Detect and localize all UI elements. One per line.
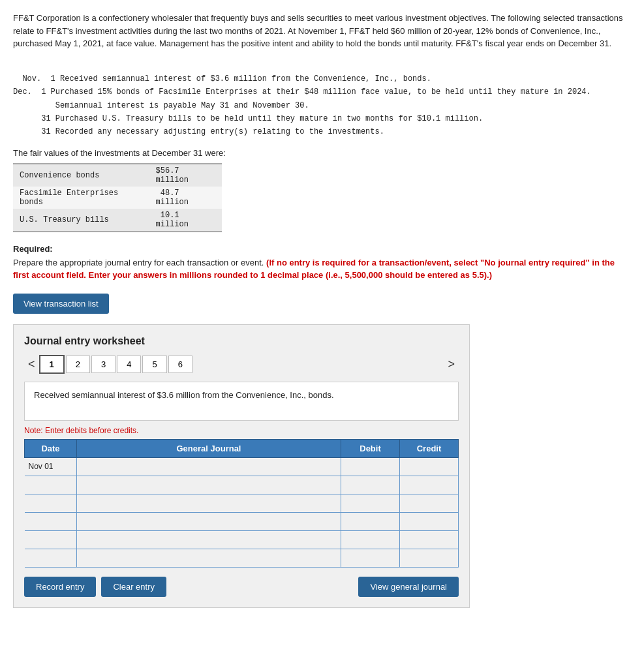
table-row bbox=[25, 549, 459, 567]
row-3-gj-input[interactable] bbox=[77, 494, 341, 512]
row-4-gj[interactable] bbox=[77, 512, 341, 530]
view-transaction-button[interactable]: View transaction list bbox=[13, 294, 109, 314]
note-text: Note: Enter debits before credits. bbox=[24, 426, 459, 435]
table-row bbox=[25, 494, 459, 512]
row-6-credit-input[interactable] bbox=[400, 549, 458, 567]
tab-navigation: < 1 2 3 4 5 6 > bbox=[24, 355, 459, 374]
row-4-date bbox=[25, 512, 77, 530]
row-4-debit-input[interactable] bbox=[341, 513, 399, 530]
table-row: Facsimile Enterprises bonds 48.7 million bbox=[13, 187, 222, 209]
required-body: Prepare the appropriate journal entry fo… bbox=[13, 256, 631, 282]
tab-2[interactable]: 2 bbox=[66, 356, 90, 373]
row-5-debit[interactable] bbox=[341, 530, 400, 549]
journal-entry-worksheet: Journal entry worksheet < 1 2 3 4 5 6 > … bbox=[13, 324, 470, 608]
row-2-debit[interactable] bbox=[341, 476, 400, 494]
row-5-gj-input[interactable] bbox=[77, 531, 341, 549]
row-3-gj[interactable] bbox=[77, 494, 341, 512]
table-row bbox=[25, 476, 459, 494]
button-row: Record entry Clear entry View general jo… bbox=[24, 577, 459, 597]
row-5-credit[interactable] bbox=[400, 530, 459, 549]
journal-table: Date General Journal Debit Credit Nov 01 bbox=[24, 439, 459, 568]
required-body-plain: Prepare the appropriate journal entry fo… bbox=[13, 258, 266, 267]
table-row: Nov 01 bbox=[25, 457, 459, 476]
row-3-date bbox=[25, 494, 77, 512]
row-1-date: Nov 01 bbox=[25, 457, 77, 476]
tab-6[interactable]: 6 bbox=[168, 356, 192, 373]
row-1-credit[interactable] bbox=[400, 457, 459, 476]
investment-value: 10.1 million bbox=[149, 209, 222, 232]
row-6-gj-input[interactable] bbox=[77, 549, 341, 567]
row-5-credit-input[interactable] bbox=[400, 531, 458, 549]
investment-value: 48.7 million bbox=[149, 187, 222, 209]
row-4-credit[interactable] bbox=[400, 512, 459, 530]
row-6-credit[interactable] bbox=[400, 549, 459, 567]
table-row: Convenience bonds $56.7 million bbox=[13, 164, 222, 187]
transaction-description: Received semiannual interest of $3.6 mil… bbox=[24, 382, 459, 421]
col-header-gj: General Journal bbox=[77, 439, 341, 457]
row-6-date bbox=[25, 549, 77, 567]
row-3-debit-input[interactable] bbox=[341, 494, 399, 512]
row-2-debit-input[interactable] bbox=[341, 476, 399, 494]
row-5-debit-input[interactable] bbox=[341, 531, 399, 549]
row-4-credit-input[interactable] bbox=[400, 513, 458, 530]
row-3-credit-input[interactable] bbox=[400, 494, 458, 512]
row-2-credit[interactable] bbox=[400, 476, 459, 494]
tab-next-arrow[interactable]: > bbox=[444, 355, 459, 374]
row-4-gj-input[interactable] bbox=[77, 513, 341, 530]
transaction-line-1: Nov. 1 Received semiannual interest of $… bbox=[13, 74, 591, 137]
row-5-date bbox=[25, 530, 77, 549]
required-section: Required: Prepare the appropriate journa… bbox=[13, 244, 631, 282]
required-title: Required: bbox=[13, 244, 631, 254]
record-entry-button[interactable]: Record entry bbox=[24, 577, 96, 597]
col-header-debit: Debit bbox=[341, 439, 400, 457]
table-row bbox=[25, 530, 459, 549]
row-2-gj[interactable] bbox=[77, 476, 341, 494]
row-4-debit[interactable] bbox=[341, 512, 400, 530]
row-3-credit[interactable] bbox=[400, 494, 459, 512]
row-1-gj-input[interactable] bbox=[77, 458, 341, 476]
row-6-debit-input[interactable] bbox=[341, 549, 399, 567]
view-general-journal-button[interactable]: View general journal bbox=[358, 577, 459, 597]
clear-entry-button[interactable]: Clear entry bbox=[101, 577, 166, 597]
row-1-gj[interactable] bbox=[77, 457, 341, 476]
transactions-block: Nov. 1 Received semiannual interest of $… bbox=[13, 59, 631, 139]
fair-values-label: The fair values of the investments at De… bbox=[13, 148, 631, 158]
row-3-debit[interactable] bbox=[341, 494, 400, 512]
row-2-credit-input[interactable] bbox=[400, 476, 458, 494]
row-1-credit-input[interactable] bbox=[400, 458, 458, 476]
intro-paragraph: FF&T Corporation is a confectionery whol… bbox=[13, 12, 631, 50]
investment-value: $56.7 million bbox=[149, 164, 222, 187]
col-header-credit: Credit bbox=[400, 439, 459, 457]
col-header-date: Date bbox=[25, 439, 77, 457]
investment-name: U.S. Treasury bills bbox=[13, 209, 149, 232]
fair-values-table: Convenience bonds $56.7 million Facsimil… bbox=[13, 163, 222, 232]
tab-3[interactable]: 3 bbox=[91, 356, 115, 373]
investment-name: Convenience bonds bbox=[13, 164, 149, 187]
row-2-date bbox=[25, 476, 77, 494]
table-row: U.S. Treasury bills 10.1 million bbox=[13, 209, 222, 232]
tab-1[interactable]: 1 bbox=[39, 355, 65, 374]
investment-name: Facsimile Enterprises bonds bbox=[13, 187, 149, 209]
worksheet-title: Journal entry worksheet bbox=[24, 335, 459, 347]
tab-prev-arrow[interactable]: < bbox=[24, 355, 39, 374]
row-1-debit[interactable] bbox=[341, 457, 400, 476]
table-row bbox=[25, 512, 459, 530]
row-5-gj[interactable] bbox=[77, 530, 341, 549]
row-2-gj-input[interactable] bbox=[77, 476, 341, 494]
tab-4[interactable]: 4 bbox=[117, 356, 141, 373]
row-6-gj[interactable] bbox=[77, 549, 341, 567]
row-1-debit-input[interactable] bbox=[341, 458, 399, 476]
tab-5[interactable]: 5 bbox=[142, 356, 166, 373]
row-6-debit[interactable] bbox=[341, 549, 400, 567]
